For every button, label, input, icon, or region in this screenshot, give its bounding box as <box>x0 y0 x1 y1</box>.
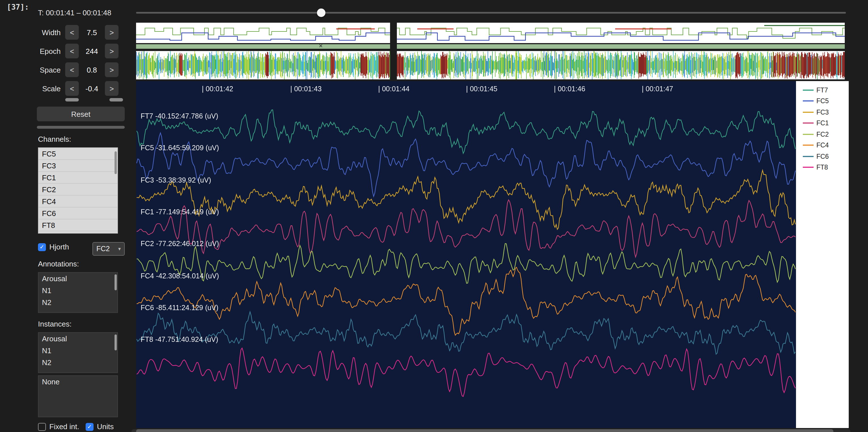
chevron-down-icon: ▾ <box>118 246 121 252</box>
time-tick-label: | 00:01:45 <box>466 85 497 93</box>
channel-option[interactable]: FC1 <box>38 172 117 184</box>
channel-option[interactable]: FT8 <box>38 219 117 231</box>
legend-line-swatch <box>803 123 813 124</box>
time-slider-handle[interactable] <box>317 8 325 17</box>
instances-scrollbar-thumb[interactable] <box>115 335 117 350</box>
legend-panel: FT7FC5FC3FC1FC2FC4FC6FT8 <box>796 81 849 428</box>
reset-button[interactable]: Reset <box>37 106 125 121</box>
selection-option[interactable]: None <box>38 376 117 388</box>
annotation-option[interactable]: Arousal <box>38 273 117 285</box>
legend-label: FC3 <box>816 109 829 116</box>
channel-option-partial[interactable]: T7 <box>38 231 117 234</box>
channel-range-label: FC5 -31.645:59.209 (uV) <box>141 144 219 152</box>
annotations-scrollbar-thumb[interactable] <box>115 274 117 290</box>
time-tick-label: | 00:01:47 <box>642 85 673 93</box>
time-slider[interactable] <box>136 8 846 18</box>
sidebar-scrollbar[interactable] <box>37 126 125 129</box>
width-increment-button[interactable]: > <box>105 25 119 40</box>
time-tick-label: | 00:01:42 <box>202 85 233 93</box>
channel-option[interactable]: FC6 <box>38 208 117 219</box>
position-bar-right[interactable] <box>397 44 845 49</box>
units-row: ✓ Units <box>86 422 114 431</box>
check-icon: ✓ <box>40 244 44 250</box>
hjorth-row: ✓ Hjorth <box>38 243 69 251</box>
legend-entry: FC3 <box>796 106 849 118</box>
epoch-increment-button[interactable]: > <box>105 44 119 58</box>
channel-option[interactable]: FC2 <box>38 184 117 195</box>
time-range-label: T: 00:01:41 – 00:01:48 <box>38 8 112 17</box>
channel-option[interactable]: FC4 <box>38 195 117 208</box>
legend-entry: FC5 <box>796 95 849 106</box>
signal-overview-strip-left <box>136 51 390 80</box>
time-slider-track[interactable] <box>136 12 846 13</box>
legend-label: FC4 <box>816 142 829 149</box>
eeg-plot-area: | 00:01:42| 00:01:43| 00:01:44| 00:01:45… <box>136 81 796 428</box>
channel-range-label: FC4 -42.308:54.014 (uV) <box>141 272 219 280</box>
selection-listbox[interactable]: None <box>38 375 118 417</box>
channel-option[interactable]: FC5 <box>38 148 117 160</box>
position-bar-left[interactable]: ✕ <box>136 44 390 49</box>
scale-value[interactable]: -0.4 <box>79 84 105 93</box>
horizontal-scrollbar[interactable] <box>131 429 850 432</box>
epoch-decrement-button[interactable]: < <box>65 44 79 58</box>
space-decrement-button[interactable]: < <box>65 62 79 77</box>
legend-line-swatch <box>803 90 813 91</box>
scale-control: Scale < -0.4 > <box>37 81 126 96</box>
channel-range-label: FC6 -85.411:24.129 (uV) <box>141 304 219 312</box>
instance-option[interactable]: N2 <box>38 357 117 369</box>
units-label: Units <box>97 422 114 431</box>
horizontal-scrollbar-thumb[interactable] <box>136 429 833 432</box>
legend-entry: FC1 <box>796 118 849 129</box>
scale-increment-button[interactable]: > <box>105 81 119 96</box>
hjorth-checkbox[interactable]: ✓ <box>38 243 46 251</box>
legend-entry: FT7 <box>796 85 849 95</box>
hjorth-label: Hjorth <box>49 243 69 251</box>
legend-entry: FC4 <box>796 140 849 151</box>
time-tick-label: | 00:01:46 <box>554 85 585 93</box>
legend-entry: FC6 <box>796 151 849 162</box>
legend-label: FC1 <box>816 120 829 127</box>
channel-range-label: FC2 -77.262:46.012 (uV) <box>141 240 219 248</box>
hjorth-channel-dropdown[interactable]: FC2 ▾ <box>92 242 125 256</box>
space-value[interactable]: 0.8 <box>79 65 105 74</box>
space-control: Space < 0.8 > <box>37 62 126 77</box>
eeg-viewer-app: [37]: T: 00:01:41 – 00:01:48 Width < 7.5… <box>0 0 868 432</box>
legend-label: FC2 <box>816 131 829 138</box>
hjorth-dropdown-value: FC2 <box>96 245 110 253</box>
channel-option[interactable]: FC3 <box>38 160 117 172</box>
control-sidebar: T: 00:01:41 – 00:01:48 Width < 7.5 > Epo… <box>37 0 126 432</box>
scale-label: Scale <box>37 84 61 93</box>
annotations-listbox[interactable]: ArousalN1N2 <box>38 272 118 313</box>
instance-option[interactable]: Arousal <box>38 333 117 345</box>
legend-line-swatch <box>803 112 813 113</box>
mini-slider-left[interactable] <box>65 98 79 101</box>
scale-decrement-button[interactable]: < <box>65 81 79 96</box>
space-increment-button[interactable]: > <box>105 62 119 77</box>
annotation-option[interactable]: N2 <box>38 297 117 308</box>
hypnogram-strip-right <box>397 23 845 43</box>
channel-range-label: FT7 -40.152:47.786 (uV) <box>141 112 218 120</box>
channels-listbox[interactable]: FC5FC3FC1FC2FC4FC6FT8T7 <box>38 147 118 234</box>
units-checkbox[interactable]: ✓ <box>86 423 94 431</box>
eeg-traces-canvas <box>136 81 796 428</box>
check-icon: ✓ <box>87 424 92 430</box>
fixed-int-checkbox[interactable]: ✓ <box>38 423 46 431</box>
instance-option[interactable]: N1 <box>38 345 117 357</box>
annotation-option[interactable]: N1 <box>38 285 117 297</box>
legend-line-swatch <box>803 156 813 157</box>
channels-scrollbar-thumb[interactable] <box>115 151 117 174</box>
space-label: Space <box>37 65 61 74</box>
width-control: Width < 7.5 > <box>37 25 126 40</box>
epoch-value[interactable]: 244 <box>79 47 105 55</box>
instances-listbox[interactable]: ArousalN1N2 <box>38 332 118 373</box>
width-decrement-button[interactable]: < <box>65 25 79 40</box>
legend-label: FC5 <box>816 98 829 104</box>
hypnogram-canvas-right <box>397 23 845 43</box>
channel-range-label: FT8 -47.751:40.924 (uV) <box>141 336 218 344</box>
signal-overview-canvas-right <box>397 51 845 80</box>
legend-line-swatch <box>803 167 813 168</box>
signal-overview-canvas-left <box>136 51 390 80</box>
width-value[interactable]: 7.5 <box>79 28 105 37</box>
mini-slider-right[interactable] <box>110 98 123 101</box>
legend-entry: FC2 <box>796 129 849 140</box>
